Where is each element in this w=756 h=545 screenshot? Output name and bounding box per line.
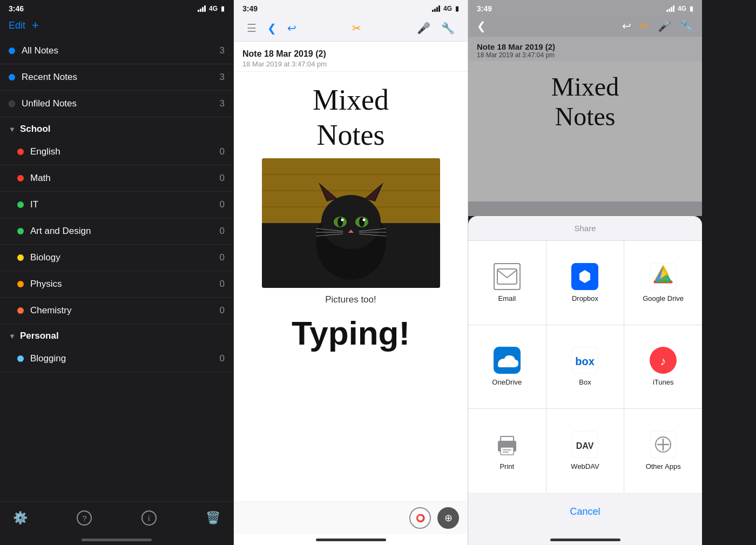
share-option-itunes[interactable]: ♪ iTunes	[624, 325, 702, 409]
editor-network-label: 4G	[443, 5, 452, 12]
english-label: English	[30, 146, 220, 157]
microphone-icon[interactable]: 🎤	[413, 19, 435, 37]
svg-point-6	[321, 195, 381, 249]
share-option-box[interactable]: box Box	[546, 325, 624, 409]
share-option-google-drive[interactable]: Google Drive	[624, 241, 702, 325]
editor-nav-right: 🎤 🔧	[413, 19, 459, 37]
unfiled-notes-count: 3	[220, 98, 225, 109]
share-wrench-icon[interactable]: 🔧	[680, 19, 693, 32]
chemistry-count: 0	[220, 305, 225, 316]
share-microphone-icon[interactable]: 🎤	[658, 19, 671, 32]
sidebar-item-all-notes[interactable]: All Notes 3	[0, 38, 233, 64]
add-note-button[interactable]: +	[32, 18, 39, 32]
zoom-in-button[interactable]: ⊕	[437, 507, 459, 529]
share-nav-bar: ❮ ↩ ✂ 🎤 🔧	[468, 15, 702, 37]
onedrive-icon	[494, 347, 521, 374]
help-icon[interactable]: ?	[77, 510, 92, 526]
back-icon[interactable]: ❮	[263, 19, 281, 37]
handwritten-mixed-notes: Mixed Notes	[234, 72, 468, 158]
edit-button[interactable]: Edit	[9, 20, 25, 31]
sidebar-item-biology[interactable]: Biology 0	[0, 245, 233, 271]
sidebar-item-chemistry[interactable]: Chemistry 0	[0, 298, 233, 324]
personal-section-header[interactable]: ▼ Personal	[0, 324, 233, 346]
editor-panel: 3:49 4G ▮ ☰ ❮ ↩ ✂ 🎤 🔧 Note 18 Mar 2019 (…	[234, 0, 468, 545]
blogging-label: Blogging	[30, 353, 220, 364]
battery-icon: ▮	[221, 5, 225, 12]
share-note-preview: 3:49 4G ▮ ❮ ↩ ✂ 🎤 🔧 Note 1	[468, 0, 702, 216]
cat-photo-svg	[262, 158, 440, 288]
math-count: 0	[220, 173, 225, 184]
print-label: Print	[500, 462, 514, 470]
undo-icon[interactable]: ↩	[283, 19, 301, 37]
editor-battery-icon: ▮	[455, 5, 459, 12]
sidebar-item-physics[interactable]: Physics 0	[0, 271, 233, 298]
share-note-title: Note 18 Mar 2019 (2)	[477, 42, 693, 51]
onedrive-label: OneDrive	[492, 378, 522, 386]
share-undo-icon[interactable]: ↩	[622, 19, 631, 32]
share-option-onedrive[interactable]: OneDrive	[468, 325, 546, 409]
share-handwritten-preview: Mixed Notes	[468, 61, 702, 201]
lasso-tool-button[interactable]: ⭕	[409, 507, 431, 529]
editor-note-date: 18 Mar 2019 at 3:47:04 pm	[242, 60, 459, 68]
chemistry-label: Chemistry	[30, 305, 220, 316]
share-signal-icon	[666, 5, 674, 12]
sidebar-item-it[interactable]: IT 0	[0, 192, 233, 218]
blogging-count: 0	[220, 353, 225, 364]
editor-status-icons: 4G ▮	[432, 5, 459, 12]
share-option-webdav[interactable]: DAV WebDAV	[546, 409, 624, 493]
pictures-caption: Pictures too!	[234, 288, 468, 308]
sidebar-item-unfiled-notes[interactable]: Unfiled Notes 3	[0, 91, 233, 117]
unfiled-notes-dot	[9, 100, 15, 107]
editor-status-bar: 3:49 4G ▮	[234, 0, 468, 15]
share-option-email[interactable]: Email	[468, 241, 546, 325]
svg-point-16	[362, 218, 365, 221]
share-option-print[interactable]: Print	[468, 409, 546, 493]
info-icon[interactable]: i	[141, 510, 157, 526]
sidebar-status-icons: 4G ▮	[198, 5, 225, 12]
it-count: 0	[220, 199, 225, 210]
hamburger-icon[interactable]: ☰	[242, 19, 261, 37]
google-drive-label: Google Drive	[643, 294, 684, 302]
scissors-icon[interactable]: ✂	[348, 20, 366, 36]
share-battery-icon: ▮	[690, 5, 693, 12]
share-option-other-apps[interactable]: Other Apps	[624, 409, 702, 493]
share-sheet: Share Email	[468, 216, 702, 534]
all-notes-label: All Notes	[22, 45, 220, 56]
cat-photo-container	[234, 158, 468, 288]
cancel-button[interactable]: Cancel	[477, 498, 693, 526]
share-time: 3:49	[477, 4, 492, 13]
sidebar-nav-left: Edit +	[9, 18, 39, 32]
other-apps-label: Other Apps	[646, 462, 681, 470]
wrench-icon[interactable]: 🔧	[437, 19, 459, 37]
school-section-header[interactable]: ▼ School	[0, 117, 233, 139]
sidebar-item-blogging[interactable]: Blogging 0	[0, 346, 233, 372]
sidebar-item-english[interactable]: English 0	[0, 139, 233, 165]
share-status-icons: 4G ▮	[666, 5, 693, 12]
physics-label: Physics	[30, 279, 220, 290]
email-icon	[494, 263, 521, 290]
sidebar-item-recent-notes[interactable]: Recent Notes 3	[0, 64, 233, 91]
share-scissors-icon[interactable]: ✂	[640, 19, 649, 32]
sidebar-list: All Notes 3 Recent Notes 3 Unfiled Notes…	[0, 38, 233, 501]
home-indicator-editor	[234, 534, 468, 545]
share-option-dropbox[interactable]: Dropbox	[546, 241, 624, 325]
svg-point-15	[341, 218, 343, 221]
sidebar-item-math[interactable]: Math 0	[0, 165, 233, 192]
trash-icon[interactable]: 🗑️	[206, 511, 220, 525]
physics-count: 0	[220, 279, 225, 290]
all-notes-count: 3	[220, 45, 225, 56]
sidebar-item-art-design[interactable]: Art and Design 0	[0, 218, 233, 245]
biology-count: 0	[220, 252, 225, 263]
share-back-icon[interactable]: ❮	[477, 19, 486, 32]
personal-section-label: Personal	[20, 331, 59, 341]
it-label: IT	[30, 199, 220, 210]
english-dot	[17, 149, 24, 155]
editor-content-area[interactable]: Mixed Notes	[234, 72, 468, 501]
share-note-header-area: Note 18 Mar 2019 (2) 18 Mar 2019 at 3:47…	[468, 37, 702, 61]
english-count: 0	[220, 146, 225, 157]
network-label: 4G	[209, 5, 218, 12]
svg-rect-24	[497, 269, 517, 284]
editor-nav-bar: ☰ ❮ ↩ ✂ 🎤 🔧	[234, 15, 468, 42]
editor-bottom-toolbar: ⭕ ⊕	[234, 501, 468, 534]
settings-icon[interactable]: ⚙️	[13, 511, 28, 525]
